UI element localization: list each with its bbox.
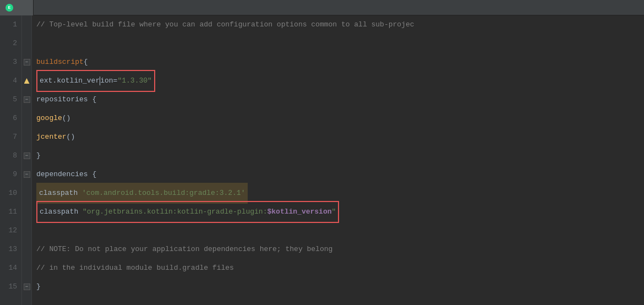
gutter-row <box>22 221 31 240</box>
code-line[interactable] <box>36 34 644 53</box>
tab-close-button[interactable] <box>20 4 28 12</box>
line-number: 12 <box>4 221 17 240</box>
line-number: 2 <box>4 34 17 53</box>
comment-text: // in the individual module build.gradle… <box>36 259 234 277</box>
fold-gutter: −−−−− <box>22 15 32 305</box>
line-number: 11 <box>4 203 17 221</box>
line-number: 9 <box>4 165 17 184</box>
fold-open-icon[interactable]: − <box>24 96 30 103</box>
gutter-row <box>22 34 31 53</box>
fold-close-icon[interactable]: − <box>24 284 30 290</box>
code-line[interactable]: dependencies { <box>36 165 644 184</box>
gutter-row <box>22 109 31 128</box>
line-number: 15 <box>4 277 17 296</box>
code-line[interactable]: // in the individual module build.gradle… <box>36 259 644 277</box>
editor-tab[interactable]: E <box>0 0 34 15</box>
code-editor[interactable]: // Top-level build file where you can ad… <box>32 15 644 305</box>
code-line[interactable]: classpath "org.jetbrains.kotlin:kotlin-g… <box>36 203 644 221</box>
line-numbers-gutter: 123456789101112131415 <box>0 15 22 305</box>
line-number: 13 <box>4 240 17 259</box>
line-number: 14 <box>4 259 17 277</box>
fold-close-icon[interactable]: − <box>24 153 30 159</box>
fold-open-icon[interactable]: − <box>24 59 30 66</box>
gutter-row: − <box>22 146 31 165</box>
line-number: 10 <box>4 184 17 203</box>
code-line[interactable]: ext.kotlin_verion="1.3.30" <box>36 72 644 90</box>
highlighted-classpath-kotlin-box: classpath "org.jetbrains.kotlin:kotlin-g… <box>36 201 339 223</box>
gutter-row <box>22 184 31 203</box>
code-line[interactable]: jcenter() <box>36 128 644 146</box>
code-line[interactable]: // Top-level build file where you can ad… <box>36 15 644 34</box>
tab-bar: E <box>0 0 644 15</box>
code-line[interactable]: google() <box>36 109 644 128</box>
code-line[interactable]: classpath 'com.android.tools.build:gradl… <box>36 184 644 203</box>
fold-open-icon[interactable]: − <box>24 171 30 178</box>
app-icon: E <box>6 4 13 12</box>
gutter-row <box>22 203 31 221</box>
line-number: 3 <box>4 53 17 72</box>
highlighted-code-box: ext.kotlin_verion="1.3.30" <box>36 70 155 92</box>
line-number: 5 <box>4 90 17 109</box>
gutter-row <box>22 128 31 146</box>
gutter-row: − <box>22 277 31 296</box>
code-line[interactable]: buildscript { <box>36 53 644 72</box>
line-number: 6 <box>4 109 17 128</box>
line-number: 1 <box>4 15 17 34</box>
gutter-row <box>22 15 31 34</box>
gutter-row <box>22 72 31 90</box>
breakpoint-warning-icon <box>24 78 30 84</box>
code-line[interactable]: } <box>36 146 644 165</box>
comment-text: // Top-level build file where you can ad… <box>36 15 414 34</box>
code-line[interactable]: repositories { <box>36 90 644 109</box>
code-line[interactable] <box>36 221 644 240</box>
gutter-row <box>22 259 31 277</box>
editor-area: 123456789101112131415 −−−−− // Top-level… <box>0 15 644 305</box>
gutter-row: − <box>22 90 31 109</box>
gutter-row: − <box>22 165 31 184</box>
gutter-row: − <box>22 53 31 72</box>
code-line[interactable]: } <box>36 277 644 296</box>
line-number: 7 <box>4 128 17 146</box>
gutter-row <box>22 240 31 259</box>
line-number: 4 <box>4 72 17 90</box>
line-number: 8 <box>4 146 17 165</box>
comment-text: // NOTE: Do not place your application d… <box>36 240 332 259</box>
code-line[interactable]: // NOTE: Do not place your application d… <box>36 240 644 259</box>
